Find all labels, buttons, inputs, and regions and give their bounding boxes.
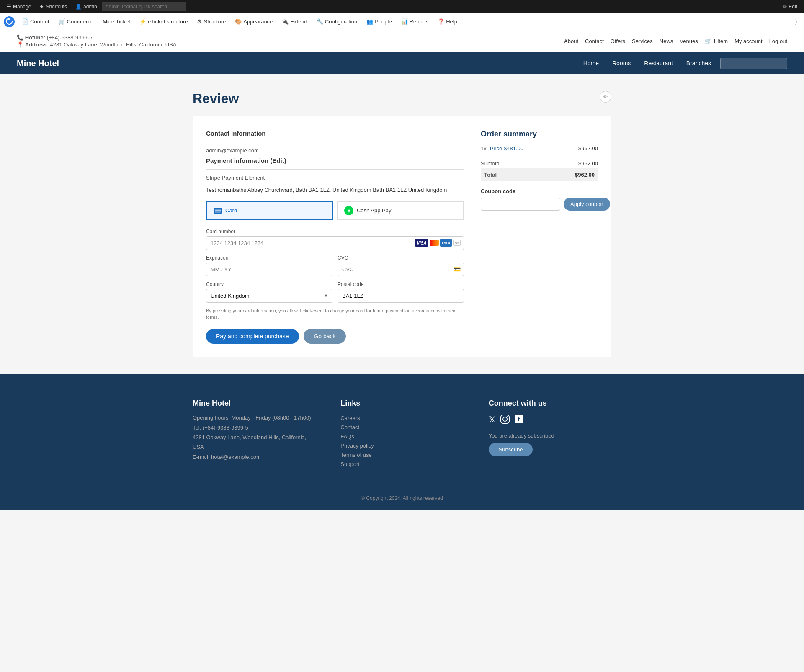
country-group: Country United Kingdom United States ▼ <box>206 281 332 303</box>
subscribe-button[interactable]: Subscribe <box>489 443 533 456</box>
go-back-button[interactable]: Go back <box>304 329 345 344</box>
address-text: 4281 Oakway Lane, Woodland Hills, Califo… <box>50 41 177 48</box>
footer-address: 4281 Oakway Lane, Woodland Hills, Califo… <box>193 433 315 452</box>
main-nav: Mine Hotel Home Rooms Restaurant Branche… <box>0 52 804 74</box>
expiration-input[interactable] <box>206 263 332 276</box>
footer-connect-title: Connect with us <box>489 399 611 408</box>
cms-reports-btn[interactable]: 📊 Reports <box>397 16 433 27</box>
hotline-number: (+84)-9388-9399-5 <box>47 34 93 41</box>
subscribed-text: You are already subscribed <box>489 433 611 439</box>
postal-input[interactable] <box>338 289 464 303</box>
mastercard-icon <box>430 240 439 246</box>
user-icon: 👤 <box>75 4 82 10</box>
coupon-input[interactable] <box>481 198 560 211</box>
nav-services[interactable]: Services <box>632 38 653 44</box>
admin-edit-btn[interactable]: ✏ Edit <box>779 2 801 11</box>
shortcuts-label: Shortcuts <box>46 4 67 10</box>
nav-cart[interactable]: 🛒 1 item <box>705 38 728 44</box>
cvc-group: CVC 💳 <box>338 255 464 276</box>
stripe-label: Stripe Payment Element <box>206 175 464 181</box>
cvc-wrapper: 💳 <box>338 263 464 276</box>
country-select-wrapper: United Kingdom United States ▼ <box>206 289 332 303</box>
terms-text: By providing your card information, you … <box>206 308 464 321</box>
footer-link-faqs: FAQs <box>340 433 463 440</box>
commerce-icon: 🛒 <box>59 18 65 25</box>
nav-contact[interactable]: Contact <box>585 38 604 44</box>
contact-email: admin@example.com <box>206 147 464 154</box>
tab-card[interactable]: Card <box>206 201 333 220</box>
site-topbar: 📞 Hotline: (+84)-9388-9399-5 📍 Address: … <box>0 30 804 52</box>
review-card: Contact information admin@example.com Pa… <box>193 116 611 357</box>
page-title: Review <box>193 91 611 106</box>
divider-2 <box>206 169 464 170</box>
order-item-row: 1x Price $481.00 $962.00 <box>481 145 598 155</box>
apply-coupon-button[interactable]: Apply coupon <box>564 198 610 211</box>
structure-label: Structure <box>204 18 226 25</box>
footer-links-title: Links <box>340 399 463 408</box>
diners-icon <box>453 240 461 246</box>
admin-toolbar: ☰ Manage ★ Shortcuts 👤 admin ✏ Edit <box>0 0 804 13</box>
order-item-price: Price $481.00 <box>490 145 523 152</box>
footer-brand: Mine Hotel <box>193 399 315 408</box>
nav-about[interactable]: About <box>564 38 578 44</box>
link-support[interactable]: Support <box>340 461 360 467</box>
nav-restaurant[interactable]: Restaurant <box>638 57 678 70</box>
nav-my-account[interactable]: My account <box>734 38 762 44</box>
instagram-icon[interactable] <box>500 415 510 426</box>
card-number-wrapper: VISA AMEX <box>206 236 464 250</box>
admin-shortcuts-btn[interactable]: ★ Shortcuts <box>36 2 70 11</box>
cms-mine-ticket-btn[interactable]: Mine Ticket <box>98 16 134 27</box>
cms-extend-btn[interactable]: 🔌 Extend <box>278 16 311 27</box>
cms-side-toggle[interactable]: ⟩ <box>791 16 801 27</box>
cms-appearance-btn[interactable]: 🎨 Appearance <box>231 16 277 27</box>
admin-user-btn[interactable]: 👤 admin <box>72 2 100 11</box>
admin-search-input[interactable] <box>102 2 186 11</box>
payment-info-title: Payment information (Edit) <box>206 157 464 164</box>
contact-info-title: Contact information <box>206 130 464 137</box>
cms-commerce-btn[interactable]: 🛒 Commerce <box>54 16 98 27</box>
link-contact[interactable]: Contact <box>340 424 359 430</box>
country-postal-row: Country United Kingdom United States ▼ P… <box>206 281 464 303</box>
facebook-icon[interactable] <box>515 415 524 426</box>
cart-icon: 🛒 <box>705 38 711 44</box>
cms-structure-btn[interactable]: ⚙ Structure <box>193 16 230 27</box>
footer-info: Opening hours: Monday - Friday (08h00 - … <box>193 413 315 462</box>
pay-complete-button[interactable]: Pay and complete purchase <box>206 329 299 344</box>
cms-people-btn[interactable]: 👥 People <box>362 16 396 27</box>
nav-branches[interactable]: Branches <box>680 57 717 70</box>
link-terms[interactable]: Terms of use <box>340 452 371 458</box>
nav-offers[interactable]: Offers <box>611 38 625 44</box>
map-icon: 📍 <box>17 41 23 48</box>
link-faqs[interactable]: FAQs <box>340 433 354 440</box>
payment-info-section: Payment information (Edit) Stripe Paymen… <box>206 157 464 344</box>
footer-copyright: © Copyright 2024. All rights reserved <box>193 487 611 501</box>
nav-news[interactable]: News <box>660 38 673 44</box>
admin-manage-btn[interactable]: ☰ Manage <box>3 2 34 11</box>
commerce-label: Commerce <box>67 18 94 25</box>
country-select[interactable]: United Kingdom United States <box>206 289 332 303</box>
subtotal-row: Subtotal $962.00 <box>481 159 598 168</box>
page-edit-btn[interactable]: ✏ <box>600 91 611 103</box>
cms-eticket-btn[interactable]: ⚡ eTicket structure <box>135 16 192 27</box>
main-search-input[interactable] <box>720 58 787 69</box>
svg-point-0 <box>4 16 15 27</box>
billing-address: Test romanbaths Abbey Churchyard, Bath B… <box>206 186 464 194</box>
link-privacy-policy[interactable]: Privacy policy <box>340 443 374 449</box>
cms-help-btn[interactable]: ❓ Help <box>433 16 461 27</box>
nav-rooms[interactable]: Rooms <box>606 57 636 70</box>
cvc-input[interactable] <box>338 263 464 276</box>
main-nav-links: Home Rooms Restaurant Branches <box>577 57 717 70</box>
appearance-label: Appearance <box>243 18 273 25</box>
nav-log-out[interactable]: Log out <box>769 38 787 44</box>
card-icons: VISA AMEX <box>415 239 461 247</box>
card-number-label: Card number <box>206 229 464 234</box>
nav-venues[interactable]: Venues <box>680 38 698 44</box>
link-careers[interactable]: Careers <box>340 415 360 421</box>
cms-configuration-btn[interactable]: 🔧 Configuration <box>312 16 361 27</box>
eticket-icon: ⚡ <box>139 18 146 25</box>
nav-home[interactable]: Home <box>577 57 605 70</box>
content-label: Content <box>30 18 49 25</box>
tab-cash-app[interactable]: $ Cash App Pay <box>337 201 464 220</box>
twitter-x-icon[interactable]: 𝕏 <box>489 415 495 426</box>
cms-content-btn[interactable]: 📄 Content <box>18 16 54 27</box>
